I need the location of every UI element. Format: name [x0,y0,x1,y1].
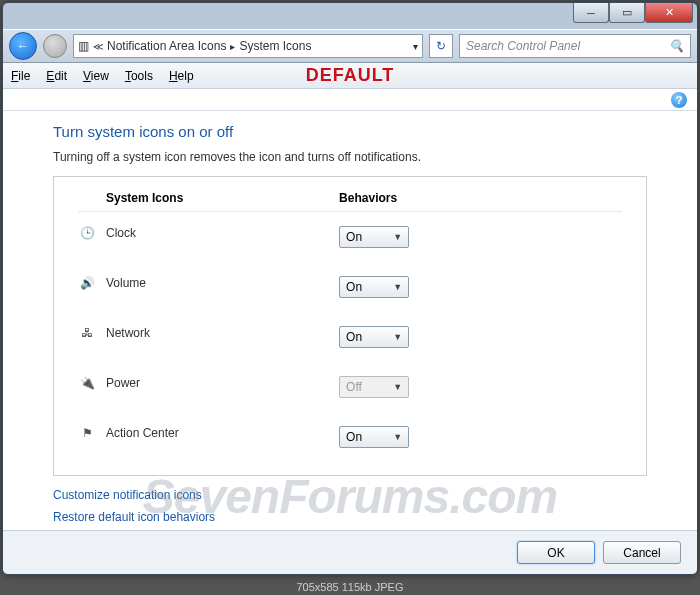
default-overlay-label: DEFAULT [306,65,395,86]
content-area: Turn system icons on or off Turning off … [3,111,697,530]
dropdown-value: On [346,430,362,444]
breadcrumb[interactable]: ▥ ≪ Notification Area Icons ▸ System Ico… [73,34,423,58]
icon-name: Network [106,326,150,340]
refresh-icon: ↻ [436,39,446,53]
icon-name: Volume [106,276,146,290]
behavior-dropdown[interactable]: On▼ [339,276,409,298]
clock-icon: 🕒 [78,226,96,240]
col-header-behaviors: Behaviors [339,191,622,212]
page-description: Turning off a system icon removes the ic… [53,150,647,164]
icon-name: Clock [106,226,136,240]
search-input[interactable]: Search Control Panel 🔍 [459,34,691,58]
behavior-dropdown[interactable]: On▼ [339,226,409,248]
help-icon[interactable]: ? [671,92,687,108]
system-icons-panel: System Icons Behaviors 🕒ClockOn▼🔊VolumeO… [53,176,647,476]
icon-name: Action Center [106,426,179,440]
behavior-dropdown[interactable]: On▼ [339,426,409,448]
action-center-icon: ⚑ [78,426,96,440]
title-bar: ─ ▭ ✕ [3,3,697,29]
table-row: 🔌PowerOff▼ [78,362,622,412]
icon-name: Power [106,376,140,390]
dropdown-value: On [346,330,362,344]
dropdown-value: On [346,230,362,244]
menu-file[interactable]: File [11,69,30,83]
page-title: Turn system icons on or off [53,123,647,140]
back-arrow-icon: ← [17,39,29,53]
chevron-down-icon: ▼ [393,382,402,392]
link-restore-defaults[interactable]: Restore default icon behaviors [53,510,647,524]
chevron-down-icon: ▼ [393,282,402,292]
image-footer-info: 705x585 115kb JPEG [0,581,700,593]
nav-bar: ← ▥ ≪ Notification Area Icons ▸ System I… [3,29,697,63]
behavior-dropdown[interactable]: On▼ [339,326,409,348]
menu-bar: File Edit View Tools Help DEFAULT [3,63,697,89]
breadcrumb-root-icon: ▥ [78,39,89,53]
menu-help[interactable]: Help [169,69,194,83]
menu-tools[interactable]: Tools [125,69,153,83]
chevron-down-icon[interactable]: ▾ [413,41,418,52]
behavior-dropdown: Off▼ [339,376,409,398]
chevron-right-icon: ≪ [93,41,103,52]
table-row: 🕒ClockOn▼ [78,212,622,263]
close-button[interactable]: ✕ [645,3,693,23]
network-icon: 🖧 [78,326,96,340]
dropdown-value: Off [346,380,362,394]
table-row: ⚑Action CenterOn▼ [78,412,622,462]
menu-edit[interactable]: Edit [46,69,67,83]
chevron-down-icon: ▼ [393,432,402,442]
chevron-right-icon: ▸ [230,41,235,52]
help-row: ? [3,89,697,111]
minimize-button[interactable]: ─ [573,3,609,23]
chevron-down-icon: ▼ [393,332,402,342]
forward-button [43,34,67,58]
dropdown-value: On [346,280,362,294]
breadcrumb-current[interactable]: System Icons [239,39,311,53]
power-icon: 🔌 [78,376,96,390]
ok-button[interactable]: OK [517,541,595,564]
search-icon: 🔍 [669,39,684,53]
volume-icon: 🔊 [78,276,96,290]
table-row: 🖧NetworkOn▼ [78,312,622,362]
chevron-down-icon: ▼ [393,232,402,242]
window-frame: ─ ▭ ✕ ← ▥ ≪ Notification Area Icons ▸ Sy… [2,2,698,575]
link-customize-icons[interactable]: Customize notification icons [53,488,647,502]
menu-view[interactable]: View [83,69,109,83]
breadcrumb-parent[interactable]: Notification Area Icons [107,39,226,53]
button-row: OK Cancel [3,530,697,574]
search-placeholder: Search Control Panel [466,39,580,53]
table-row: 🔊VolumeOn▼ [78,262,622,312]
cancel-button[interactable]: Cancel [603,541,681,564]
col-header-icons: System Icons [78,191,339,212]
back-button[interactable]: ← [9,32,37,60]
maximize-button[interactable]: ▭ [609,3,645,23]
refresh-button[interactable]: ↻ [429,34,453,58]
